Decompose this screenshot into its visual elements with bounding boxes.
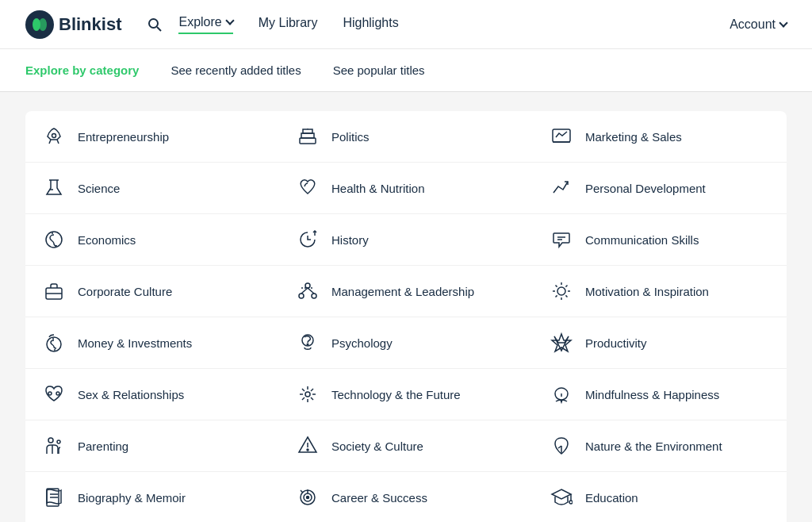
category-label: Mindfulness & Happiness (585, 388, 719, 401)
category-label: Career & Success (331, 491, 427, 505)
category-label: Education (585, 491, 638, 505)
category-label: Psychology (331, 336, 393, 350)
svg-line-36 (301, 288, 308, 294)
svg-line-74 (556, 295, 557, 297)
economics-icon (41, 227, 67, 252)
category-mindfulness-happiness[interactable]: Mindfulness & Happiness (533, 369, 787, 420)
category-communication-skills[interactable]: Communication Skills (533, 214, 787, 266)
category-label: Society & Culture (331, 439, 423, 453)
education-icon (549, 485, 574, 510)
category-nature-environment[interactable]: Nature & the Environment (533, 420, 787, 472)
category-label: Corporate Culture (78, 285, 172, 298)
motivation-icon (549, 278, 574, 304)
science-icon (41, 175, 67, 201)
technology-icon (295, 382, 320, 407)
category-col-1: Entrepreneurship Science Economics Corpo… (25, 111, 279, 522)
svg-point-66 (557, 287, 565, 295)
svg-point-52 (307, 449, 308, 451)
category-label: Economics (78, 233, 136, 247)
main-content: Entrepreneurship Science Economics Corpo… (0, 92, 812, 522)
category-label: Management & Leadership (331, 285, 474, 298)
svg-point-34 (299, 294, 304, 298)
svg-line-37 (308, 288, 314, 294)
subheader-popular-titles[interactable]: See popular titles (333, 63, 425, 77)
svg-point-7 (52, 134, 56, 138)
subheader: Explore by category See recently added t… (0, 49, 812, 92)
svg-point-55 (307, 497, 309, 499)
account-button[interactable]: Account (730, 17, 787, 32)
header: Blinkist Explore My Library Highlights A… (0, 0, 812, 49)
category-management-leadership[interactable]: Management & Leadership (279, 266, 533, 317)
marketing-icon (549, 124, 574, 149)
category-biography-memoir[interactable]: Biography & Memoir (25, 472, 279, 522)
category-label: History (331, 233, 369, 247)
productivity-icon (549, 330, 574, 355)
svg-point-3 (149, 19, 158, 28)
category-motivation-inspiration[interactable]: Motivation & Inspiration (533, 266, 787, 317)
category-society-culture[interactable]: Society & Culture (279, 420, 533, 472)
search-icon (147, 17, 163, 33)
nature-icon (549, 433, 574, 459)
category-psychology[interactable]: Psychology (279, 317, 533, 369)
svg-line-46 (302, 389, 304, 391)
subheader-recently-added[interactable]: See recently added titles (170, 63, 301, 77)
category-history[interactable]: History (279, 214, 533, 266)
category-label: Technology & the Future (331, 388, 461, 401)
communication-icon (549, 227, 574, 252)
category-money-investments[interactable]: Money & Investments (25, 317, 279, 369)
category-science[interactable]: Science (25, 163, 279, 214)
nav-highlights[interactable]: Highlights (343, 16, 398, 33)
rocket-icon (41, 124, 67, 149)
category-label: Biography & Memoir (78, 491, 186, 505)
category-col-2: Politics Health & Nutrition History Mana… (279, 111, 533, 522)
category-parenting[interactable]: Parenting (25, 420, 279, 472)
main-nav: Explore My Library Highlights (178, 15, 730, 34)
biography-icon (41, 485, 67, 510)
svg-line-71 (556, 286, 557, 287)
category-col-3: Marketing & Sales Personal Development C… (533, 111, 787, 522)
category-career-success[interactable]: Career & Success (279, 472, 533, 522)
society-icon (295, 433, 320, 459)
subheader-explore-by-category[interactable]: Explore by category (25, 63, 139, 77)
logo-icon (25, 10, 54, 39)
career-icon (295, 485, 320, 510)
history-icon (295, 227, 320, 252)
svg-line-72 (565, 295, 567, 297)
svg-point-15 (47, 337, 61, 351)
politics-icon (295, 124, 320, 149)
svg-point-41 (305, 392, 310, 397)
category-corporate-culture[interactable]: Corporate Culture (25, 266, 279, 317)
svg-point-33 (305, 283, 310, 288)
category-sex-relationships[interactable]: Sex & Relationships (25, 369, 279, 420)
category-health-nutrition[interactable]: Health & Nutrition (279, 163, 533, 214)
svg-point-18 (48, 392, 52, 395)
category-marketing-sales[interactable]: Marketing & Sales (533, 111, 787, 163)
nav-explore[interactable]: Explore (178, 15, 232, 34)
category-entrepreneurship[interactable]: Entrepreneurship (25, 111, 279, 163)
category-label: Communication Skills (585, 233, 699, 247)
health-icon (295, 175, 320, 201)
psychology-icon (295, 330, 320, 355)
category-label: Motivation & Inspiration (585, 285, 709, 298)
account-chevron-icon (779, 18, 787, 27)
svg-line-4 (157, 27, 161, 31)
category-label: Productivity (585, 336, 647, 350)
category-personal-development[interactable]: Personal Development (533, 163, 787, 214)
logo-text: Blinkist (59, 14, 121, 35)
category-politics[interactable]: Politics (279, 111, 533, 163)
category-label: Marketing & Sales (585, 130, 682, 144)
svg-rect-29 (301, 133, 314, 138)
svg-line-73 (565, 286, 567, 287)
category-technology-future[interactable]: Technology & the Future (279, 369, 533, 420)
category-label: Parenting (78, 439, 128, 453)
svg-rect-30 (303, 129, 312, 133)
category-productivity[interactable]: Productivity (533, 317, 787, 369)
search-button[interactable] (147, 17, 163, 33)
svg-rect-28 (300, 138, 316, 144)
logo[interactable]: Blinkist (25, 10, 121, 39)
nav-my-library[interactable]: My Library (259, 16, 318, 33)
svg-line-49 (302, 397, 304, 400)
category-education[interactable]: Education (533, 472, 787, 522)
category-economics[interactable]: Economics (25, 214, 279, 266)
personal-development-icon (549, 175, 574, 201)
